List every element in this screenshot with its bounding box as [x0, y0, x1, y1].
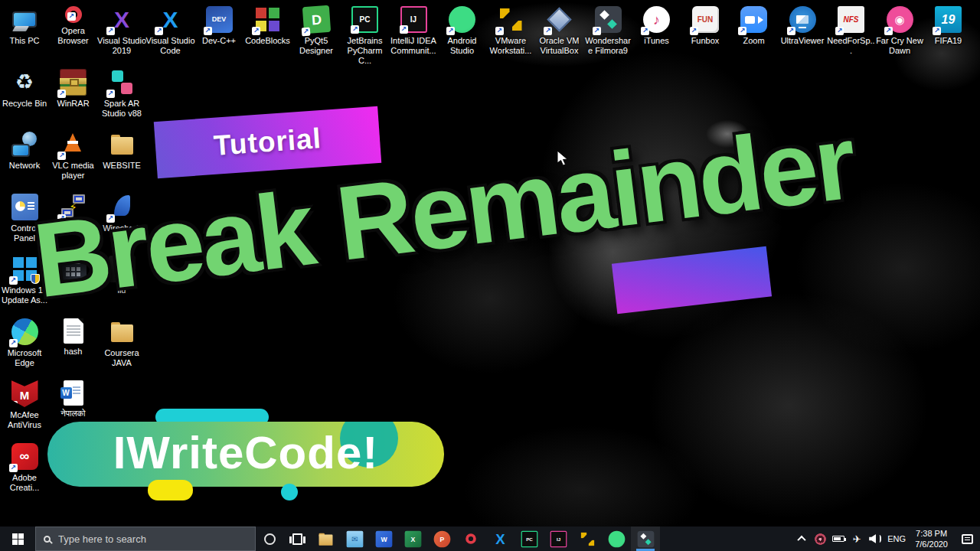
desktop-icon-vmware-workstation[interactable]: ↗VMware Workstati...	[486, 6, 535, 56]
battery-tray-button[interactable]	[829, 527, 848, 551]
taskbar-app-vmware[interactable]	[573, 527, 602, 551]
desktop-icon-label: Spark AR Studio v88	[97, 99, 146, 119]
desktop-icon-label: Coursera JAVA	[97, 348, 146, 368]
ultraviewer-icon: ↗	[789, 6, 816, 33]
shortcut-arrow-icon: ↗	[933, 27, 941, 35]
desktop-icon-opera-browser[interactable]: ↗Opera Browser	[49, 6, 98, 46]
desktop-icon-codeblocks[interactable]: ↗CodeBlocks	[243, 6, 292, 46]
dev-cpp-icon: DEV↗	[206, 6, 233, 33]
desktop-icon-microsoft-edge[interactable]: ↗Microsoft Edge	[0, 318, 49, 368]
desktop-icon-android-studio[interactable]: ↗Android Studio	[438, 6, 487, 56]
visual-studio-code-icon: X↗	[157, 6, 184, 33]
desktop-icon-mcafee-antivirus[interactable]: M↗McAfee AntiVirus	[0, 380, 49, 430]
desktop-icon-visual-studio-2019[interactable]: X↗Visual Studio 2019	[97, 6, 146, 56]
shortcut-arrow-icon: ↗	[641, 27, 649, 35]
clock-date: 7/6/2020	[915, 539, 948, 549]
taskbar-app-mail[interactable]: ✉	[340, 527, 369, 551]
search-box[interactable]	[35, 527, 256, 551]
desktop-icon-visual-studio-code[interactable]: X↗Visual Studio Code	[146, 6, 195, 56]
desktop-icon-needforspeed[interactable]: NFS↗NeedForSp...	[827, 6, 876, 56]
desktop-icon-coursera-java[interactable]: Coursera JAVA	[97, 318, 146, 368]
desktop-icon-label: Network	[9, 161, 40, 171]
needforspeed-icon: NFS↗	[838, 6, 864, 33]
shortcut-arrow-icon: ↗	[106, 27, 115, 35]
task-view-button[interactable]	[283, 527, 311, 551]
opera-browser-icon: ↗	[65, 6, 82, 23]
task-view-icon	[292, 533, 302, 545]
taskbar-app-android-studio[interactable]	[602, 527, 631, 551]
desktop-icon-jetbrains-pycharm[interactable]: PC↗JetBrains PyCharm C...	[341, 6, 390, 67]
word-icon: W	[375, 530, 392, 547]
desktop-icon-hash[interactable]: hash	[49, 318, 98, 357]
taskbar-app-filmora[interactable]	[631, 527, 660, 551]
taskbar-app-word[interactable]: W	[369, 527, 398, 551]
shortcut-arrow-icon: ↗	[9, 401, 18, 409]
desktop-icon-label: iTunes	[644, 36, 669, 46]
taskbar-app-powerpoint[interactable]: P	[427, 527, 456, 551]
airplane-mode-tray-button[interactable]: ✈	[848, 527, 866, 551]
winrar-icon: ↗	[60, 69, 87, 96]
desktop-icon-website-folder[interactable]: WEBSITE	[97, 131, 146, 171]
taskbar-app-opera[interactable]	[456, 527, 485, 551]
channel-banner: IWriteCode!	[47, 422, 444, 487]
shortcut-arrow-icon: ↗	[9, 339, 18, 347]
airplane-icon: ✈	[853, 533, 861, 545]
desktop-icon-ultraviewer[interactable]: ↗UltraViewer	[778, 6, 827, 46]
desktop-icon-intellij-idea[interactable]: IJ↗IntelliJ IDEA Communit...	[389, 6, 438, 56]
start-button[interactable]	[0, 527, 35, 551]
taskbar-app-vscode[interactable]: X	[485, 527, 514, 551]
mcafee-antivirus-icon: M↗	[11, 380, 38, 407]
desktop-icon-label: WEBSITE	[103, 161, 141, 171]
pyqt5-designer-icon: D↗	[302, 5, 330, 34]
desktop-icon-far-cry-new-dawn[interactable]: ◉↗Far Cry New Dawn	[875, 6, 924, 56]
desktop-icon-label: FIFA19	[935, 36, 962, 46]
desktop-icon-zoom[interactable]: ↗Zoom	[730, 6, 779, 46]
desktop-icon-oracle-vm-virtualbox[interactable]: ↗Oracle VM VirtualBox	[535, 6, 584, 56]
desktop-icon-dev-cpp[interactable]: DEV↗Dev-C++	[194, 6, 243, 46]
desktop-icon-fifa19[interactable]: 19↗FIFA19	[924, 6, 973, 46]
vlc-media-player-icon: ↗	[60, 131, 87, 158]
spark-ar-studio-icon: ↗	[109, 69, 136, 96]
battery-icon	[832, 536, 844, 542]
volume-tray-button[interactable]	[866, 527, 884, 551]
shortcut-arrow-icon: ↗	[9, 276, 18, 285]
desktop-icon-itunes[interactable]: ♪↗iTunes	[632, 6, 681, 46]
filmora-icon	[637, 530, 654, 547]
language-indicator[interactable]: ENG	[884, 527, 909, 551]
desktop-icon-spark-ar-studio[interactable]: ↗Spark AR Studio v88	[97, 69, 146, 119]
desktop-icon-pyqt5-designer[interactable]: D↗PyQt5 Designer	[292, 6, 341, 56]
desktop-icon-label: McAfee AntiVirus	[0, 410, 49, 430]
desktop-icon-vlc-media-player[interactable]: ↗VLC media player	[49, 131, 98, 181]
clock[interactable]: 7:38 PM 7/6/2020	[909, 528, 954, 550]
desktop-icon-label: hash	[64, 347, 83, 357]
desktop-icon-network[interactable]: Network	[0, 131, 49, 171]
desktop-icon-label: Android Studio	[438, 36, 487, 56]
shortcut-arrow-icon: ↗	[57, 152, 66, 160]
taskbar-app-excel[interactable]: X	[398, 527, 427, 551]
search-input[interactable]	[57, 533, 247, 546]
desktop-icon-winrar[interactable]: ↗WinRAR	[49, 69, 98, 109]
desktop-icon-funbox[interactable]: FUN↗Funbox	[681, 6, 730, 46]
desktop-icon-label: UltraViewer	[781, 36, 825, 46]
taskbar-app-intellij[interactable]: IJ	[544, 527, 573, 551]
shortcut-arrow-icon: ↗	[155, 27, 163, 35]
zoom-icon: ↗	[740, 6, 767, 33]
cortana-button[interactable]	[256, 527, 283, 551]
record-icon	[815, 533, 826, 545]
desktop-icon-label: IntelliJ IDEA Communit...	[389, 36, 438, 56]
desktop-icon-adobe-creative[interactable]: ∞↗Adobe Creati...	[0, 443, 49, 493]
desktop-icon-label: JetBrains PyCharm C...	[341, 36, 390, 67]
desktop-icon-nepali-doc[interactable]: नेपालको	[49, 380, 98, 419]
taskbar-app-file-explorer[interactable]	[311, 527, 340, 551]
action-center-button[interactable]	[954, 527, 980, 551]
website-folder-icon	[109, 131, 136, 158]
mouse-cursor-icon	[557, 150, 569, 170]
powerpoint-icon: P	[433, 530, 450, 547]
show-hidden-icons-button[interactable]	[792, 527, 811, 551]
recorder-tray-button[interactable]	[811, 527, 829, 551]
desktop-icon-wondershare-filmora9[interactable]: ↗Wondershare Filmora9	[583, 6, 632, 56]
taskbar-app-pycharm[interactable]: PC	[514, 527, 544, 551]
search-icon	[44, 536, 51, 543]
desktop-icon-recycle-bin[interactable]: ♻Recycle Bin	[0, 69, 49, 109]
desktop-icon-this-pc[interactable]: This PC	[0, 6, 49, 46]
